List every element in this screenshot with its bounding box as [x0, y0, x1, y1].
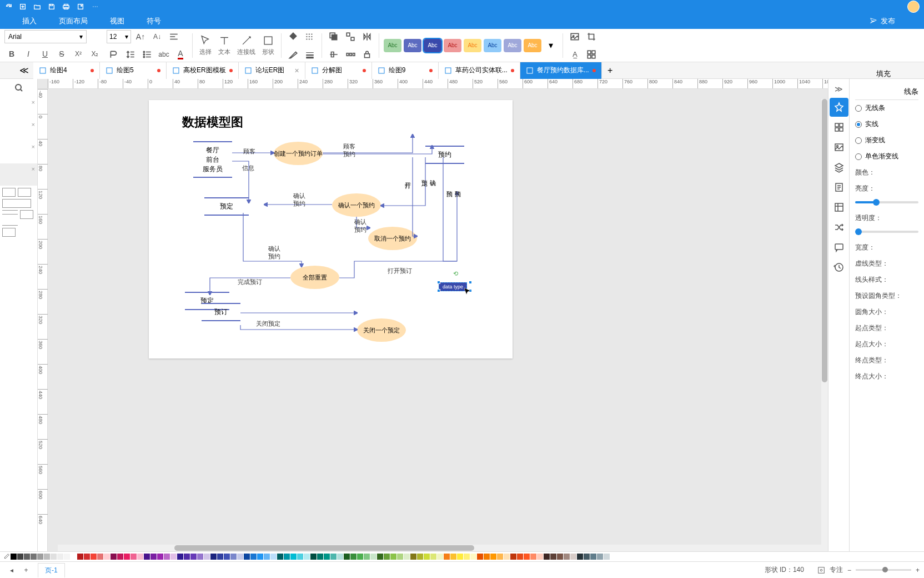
font-color-icon[interactable]: A [173, 47, 188, 62]
color-swatch[interactable] [264, 554, 270, 560]
image-icon[interactable] [568, 29, 582, 44]
shape-rect[interactable] [18, 188, 31, 197]
color-swatch[interactable] [397, 554, 403, 560]
add-tab-button[interactable]: + [602, 66, 619, 76]
color-swatch[interactable] [570, 554, 576, 560]
font-shrink-icon[interactable]: A↓ [150, 29, 164, 44]
horizontal-scrollbar[interactable] [58, 545, 828, 551]
history-tool-icon[interactable] [830, 258, 848, 277]
close-category-icon[interactable]: × [32, 99, 35, 106]
color-swatch[interactable] [177, 554, 183, 560]
print-icon[interactable] [62, 3, 70, 11]
new-icon[interactable] [19, 3, 27, 11]
shuffle-tool-icon[interactable] [830, 218, 848, 237]
close-category-icon[interactable]: × [32, 121, 35, 128]
color-swatch[interactable] [190, 554, 197, 560]
color-swatch[interactable] [111, 554, 117, 560]
color-swatch[interactable] [310, 554, 317, 560]
menu-insert[interactable]: 插入 [22, 16, 37, 26]
color-swatch[interactable] [157, 554, 163, 560]
color-swatch[interactable] [564, 554, 570, 560]
eyedropper-icon[interactable] [2, 553, 10, 561]
color-swatch[interactable] [284, 554, 290, 560]
color-swatch[interactable] [577, 554, 583, 560]
color-swatch[interactable] [377, 554, 383, 560]
comment-tool-icon[interactable] [830, 238, 848, 257]
color-swatch[interactable] [317, 554, 323, 560]
shape-rect[interactable] [2, 228, 16, 237]
color-swatch[interactable] [604, 554, 610, 560]
color-swatch[interactable] [457, 554, 463, 560]
color-swatch[interactable] [297, 554, 303, 560]
color-swatch[interactable] [17, 554, 23, 560]
menu-layout[interactable]: 页面布局 [59, 16, 88, 26]
color-swatch[interactable] [117, 554, 123, 560]
distribute-icon[interactable] [343, 47, 358, 62]
line-color-icon[interactable] [286, 47, 300, 62]
color-swatch[interactable] [450, 554, 456, 560]
style-swatch[interactable]: Abc [384, 39, 401, 52]
color-swatch[interactable] [84, 554, 90, 560]
color-swatch[interactable] [57, 554, 63, 560]
color-swatch[interactable] [290, 554, 297, 560]
radio-solid[interactable]: 实线 [855, 116, 918, 132]
color-swatch[interactable] [164, 554, 170, 560]
zoom-out-icon[interactable]: − [847, 566, 851, 574]
page-tool-icon[interactable] [830, 178, 848, 197]
style-swatch[interactable]: Abc [464, 39, 481, 52]
color-swatch[interactable] [217, 554, 223, 560]
layout-icon[interactable] [584, 47, 599, 62]
save-icon[interactable] [48, 3, 56, 11]
subscript-icon[interactable]: X₂ [88, 47, 102, 61]
menu-symbol[interactable]: 符号 [147, 16, 161, 26]
flip-icon[interactable] [360, 29, 374, 44]
color-swatch[interactable] [330, 554, 337, 560]
resize-handle[interactable] [437, 289, 440, 292]
color-swatch[interactable] [210, 554, 217, 560]
radio-gradient[interactable]: 渐变线 [855, 132, 918, 148]
color-swatch[interactable] [504, 554, 510, 560]
style-swatch[interactable]: Abc [504, 39, 521, 52]
style-more-icon[interactable]: ▾ [544, 38, 558, 53]
color-swatch[interactable] [150, 554, 157, 560]
color-swatch[interactable] [37, 554, 43, 560]
color-swatch[interactable] [510, 554, 516, 560]
color-swatch[interactable] [130, 554, 137, 560]
document-tab[interactable]: 论坛ER图× [239, 62, 305, 79]
color-swatch[interactable] [364, 554, 370, 560]
color-swatch[interactable] [124, 554, 130, 560]
color-swatch[interactable] [104, 554, 110, 560]
line-spacing-icon[interactable] [123, 47, 138, 62]
color-swatch[interactable] [530, 554, 536, 560]
expand-panel-icon[interactable]: ≫ [835, 81, 843, 97]
selected-shape[interactable]: data type [439, 282, 467, 291]
color-swatch[interactable] [490, 554, 496, 560]
resize-handle[interactable] [469, 281, 472, 284]
color-swatch[interactable] [430, 554, 436, 560]
size-select[interactable]: 12▾ [107, 30, 131, 43]
crop-icon[interactable] [584, 29, 599, 44]
color-swatch[interactable] [64, 554, 70, 560]
color-swatch[interactable] [270, 554, 277, 560]
color-swatch[interactable] [470, 554, 476, 560]
color-swatch[interactable] [31, 554, 37, 560]
select-tool[interactable]: 选择 [197, 34, 214, 56]
superscript-icon[interactable]: X² [71, 47, 86, 61]
group-icon[interactable] [343, 29, 358, 44]
font-select[interactable]: Arial▾ [4, 30, 87, 43]
menu-view[interactable]: 视图 [110, 16, 124, 26]
style-gallery[interactable]: Abc Abc Abc Abc Abc Abc Abc Abc ▾ [384, 38, 558, 53]
bullets-icon[interactable] [140, 47, 154, 62]
color-swatch[interactable] [477, 554, 483, 560]
color-swatch[interactable] [230, 554, 237, 560]
color-swatch[interactable] [184, 554, 190, 560]
align-icon[interactable] [167, 29, 181, 44]
radio-mono[interactable]: 单色渐变线 [855, 148, 918, 165]
user-avatar[interactable] [907, 1, 920, 13]
strike-icon[interactable]: S [54, 47, 69, 61]
close-category-icon[interactable]: × [32, 166, 35, 172]
color-swatch[interactable] [384, 554, 390, 560]
color-swatch[interactable] [544, 554, 550, 560]
color-swatch[interactable] [44, 554, 50, 560]
color-swatch[interactable] [404, 554, 410, 560]
